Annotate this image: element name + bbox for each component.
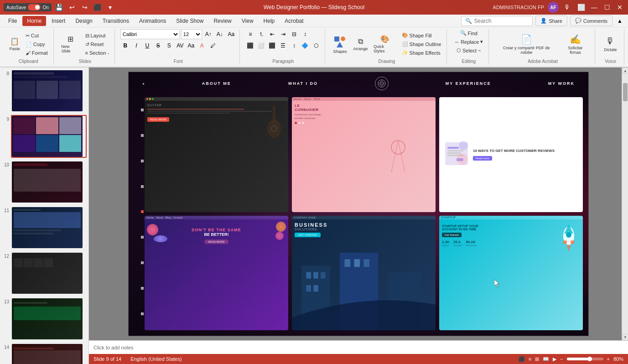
format-painter-button[interactable]: 🖌 Format (24, 49, 50, 57)
menu-insert[interactable]: Insert (47, 16, 70, 26)
slide-thumb-8[interactable]: 8 (2, 69, 87, 112)
zoom-slider[interactable] (567, 358, 603, 360)
line-spacing-button[interactable]: ↕ (289, 41, 299, 51)
shape-outline-button[interactable]: ⬜ Shape Outline (400, 40, 443, 48)
nav-what-i-do[interactable]: WHAT I DO (288, 81, 318, 86)
minimize-button[interactable]: — (590, 3, 599, 12)
scroll-down-button[interactable]: ▼ (622, 334, 628, 340)
nav-my-work[interactable]: MY WORK (548, 81, 575, 86)
share-button[interactable]: 👤 Share (535, 16, 567, 26)
comments-button[interactable]: 💬 Comments (570, 16, 612, 26)
scroll-up-button[interactable]: ▲ (622, 68, 628, 74)
find-button[interactable]: 🔍 Find (458, 29, 479, 37)
ribbon-collapse-button[interactable]: ▲ (615, 16, 624, 26)
notes-area[interactable]: Click to add notes (89, 340, 628, 354)
mockup-card-6[interactable]: STARTUP STARTUP SETUP YOURACCOUNT IN NO-… (439, 216, 583, 331)
cut-button[interactable]: ✂ Cut (24, 32, 50, 40)
shape-fill-button[interactable]: 🎨 Shape Fill (400, 31, 443, 39)
dictate-button[interactable]: 🎙 Dictate (602, 35, 619, 53)
bullets-button[interactable]: ≡ (245, 29, 255, 39)
view-slideshow-icon[interactable]: ▶ (553, 356, 556, 362)
numbering-button[interactable]: ⒈ (256, 29, 266, 39)
customize-qa[interactable]: ▾ (105, 2, 115, 12)
select-button[interactable]: ⬡ Select ~ (455, 47, 483, 54)
menu-design[interactable]: Design (71, 16, 97, 26)
smart-art-button[interactable]: 🔷 (300, 41, 310, 51)
increase-indent-button[interactable]: ⇥ (278, 29, 288, 39)
bold-button[interactable]: B (120, 41, 130, 51)
menu-view[interactable]: View (237, 16, 258, 26)
maximize-button[interactable]: ☐ (602, 3, 612, 12)
search-input[interactable] (474, 18, 529, 24)
font-name-select[interactable]: Calibri (120, 29, 180, 39)
zoom-out-button[interactable]: − (560, 356, 563, 362)
scroll-track[interactable] (622, 74, 628, 334)
close-button[interactable]: ✕ (615, 3, 624, 12)
font-size-select[interactable]: 12 (181, 29, 202, 39)
save-button[interactable]: 💾 (54, 2, 64, 12)
mockup-card-2[interactable]: Home About Work LECORBUSIER Architecture… (292, 97, 436, 212)
menu-transitions[interactable]: Transitions (98, 16, 134, 26)
scroll-thumb[interactable] (623, 83, 628, 101)
arrange-button[interactable]: ⧉ Arrange (351, 36, 370, 52)
menu-review[interactable]: Review (209, 16, 236, 26)
redo-button[interactable]: ↪ (80, 2, 90, 12)
mockup-card-1[interactable]: GUITAR (145, 97, 288, 212)
menu-help[interactable]: Help (259, 16, 280, 26)
text-shadow-button[interactable]: S (164, 41, 174, 51)
display-settings-icon[interactable]: ⬜ (576, 2, 586, 12)
reset-button[interactable]: ↺ Reset (83, 41, 111, 48)
change-case-button[interactable]: Aa (186, 41, 196, 51)
nav-my-experience[interactable]: MY EXPERIENCE (446, 81, 491, 86)
solicitar-firmas-button[interactable]: ✍ Solicitar firmas (560, 32, 591, 56)
view-normal-icon[interactable]: ⬛ (519, 356, 525, 362)
text-direction-button[interactable]: ↕ (300, 29, 310, 39)
clear-format-button[interactable]: Aa (226, 29, 236, 39)
align-right-button[interactable]: ⬛ (267, 41, 277, 51)
strikethrough-button[interactable]: S (153, 41, 163, 51)
paste-button[interactable]: 📋 Paste (7, 36, 22, 52)
mockup-card-5[interactable]: COMPANY NAME (292, 216, 436, 331)
menu-file[interactable]: File (4, 16, 21, 26)
increase-font-button[interactable]: A↑ (203, 29, 213, 39)
autosave-badge[interactable]: AutoSave On (4, 3, 52, 11)
menu-acrobat[interactable]: Acrobat (280, 16, 308, 26)
slide-thumb-10[interactable]: 10 (2, 161, 87, 203)
slide-thumb-9[interactable]: 9 (2, 115, 87, 158)
user-avatar[interactable]: AF (548, 2, 559, 13)
crear-pdf-button[interactable]: 📄 Crear y compartir PDF de Adobe (494, 32, 558, 56)
section-button[interactable]: ≡ Section - (83, 49, 111, 57)
slide-thumb-13[interactable]: 13 (2, 297, 87, 340)
undo-button[interactable]: ↩ (67, 2, 77, 12)
mockup-card-4[interactable]: Home About Blog Contact (145, 216, 288, 331)
align-left-button[interactable]: ⬛ (245, 41, 255, 51)
slide-thumb-12[interactable]: 12 (2, 252, 87, 295)
autosave-toggle[interactable] (28, 4, 41, 10)
menu-slideshow[interactable]: Slide Show (171, 16, 208, 26)
convert-button[interactable]: ⬡ (311, 41, 321, 51)
layout-button[interactable]: ⊟ Layout (83, 32, 111, 40)
view-outline-icon[interactable]: ≡ (529, 356, 531, 362)
slide-thumb-11[interactable]: 11 (2, 206, 87, 249)
present-button[interactable]: ⬛ (93, 2, 103, 12)
replace-button[interactable]: ↔ Replace ▾ (452, 38, 485, 46)
menu-home[interactable]: Home (22, 16, 46, 26)
view-reading-icon[interactable]: 📖 (543, 356, 549, 362)
nav-about-me[interactable]: ABOUT ME (202, 81, 231, 86)
mockup-card-3[interactable]: 10 WAYS TO GET MORE CUSTOMER REVIEWS Rea… (439, 97, 583, 212)
copy-button[interactable]: 📄 Copy (24, 41, 50, 48)
decrease-font-button[interactable]: A↓ (215, 29, 225, 39)
decrease-indent-button[interactable]: ⇤ (267, 29, 277, 39)
highlight-button[interactable]: 🖊 (208, 41, 218, 51)
zoom-in-button[interactable]: + (607, 356, 610, 362)
underline-button[interactable]: U (142, 41, 152, 51)
search-box[interactable]: 🔍 (461, 16, 533, 26)
menu-animations[interactable]: Animations (135, 16, 171, 26)
italic-button[interactable]: I (131, 41, 141, 51)
view-slide-sorter-icon[interactable]: ⊞ (535, 356, 539, 362)
shapes-button[interactable]: Shapes (331, 33, 350, 55)
slide-thumb-14[interactable]: 14 (2, 343, 87, 364)
font-color-button[interactable]: A (197, 41, 207, 51)
columns-button[interactable]: ⊟ (289, 29, 299, 39)
char-spacing-button[interactable]: AV (175, 41, 185, 51)
